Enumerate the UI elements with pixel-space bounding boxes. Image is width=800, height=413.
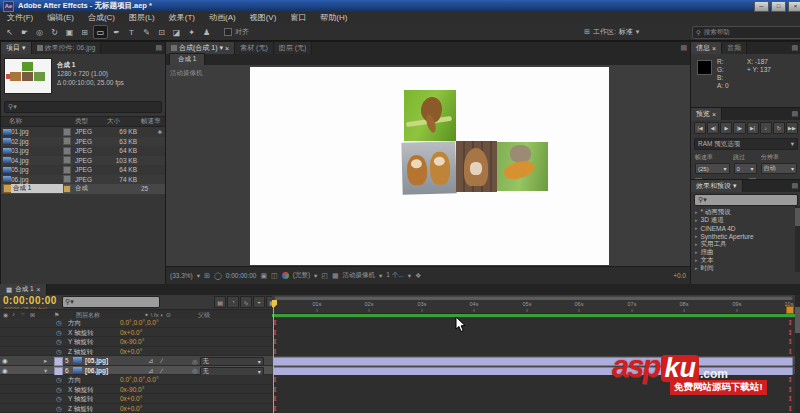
menu-effect[interactable]: 效果(T) [162, 12, 202, 24]
puppet-pin-tool[interactable]: ♟ [200, 26, 213, 38]
layer-switches[interactable]: ⊿ ∕ [148, 367, 165, 375]
layer-switches[interactable]: ⊿ ∕ [148, 357, 165, 365]
view-layout-dropdown[interactable]: 1 个... [386, 271, 403, 280]
prev-frame-button[interactable]: ◀| [707, 122, 719, 134]
footage-name[interactable]: 02.jpg [11, 138, 63, 145]
effects-category[interactable]: ▸3D 通道 [691, 216, 800, 224]
tab-preview[interactable]: 预览 × [691, 108, 722, 120]
stopwatch-icon[interactable]: ◷ [56, 319, 62, 327]
property-value[interactable]: 0x+0.0° [120, 395, 142, 402]
property-row[interactable]: ◷ X 轴旋转 0x-90.0° [0, 385, 272, 395]
show-channels-icon[interactable] [282, 272, 289, 279]
footage-row[interactable]: 03.jpg JPEG 64 KB [1, 146, 165, 156]
property-row[interactable]: ◷ Z 轴旋转 0x+0.0° [0, 404, 272, 413]
label-color-tag[interactable] [63, 147, 71, 155]
layer-name[interactable]: [05.jpg] [85, 357, 108, 364]
property-value[interactable]: 0.0°,0.0°,0.0° [120, 376, 159, 383]
menu-edit[interactable]: 编辑(E) [40, 12, 81, 24]
footage-row[interactable]: 05.jpg JPEG 64 KB [1, 165, 165, 175]
resolution-dropdown[interactable]: 自动 ▾ [761, 163, 797, 174]
label-color-tag[interactable] [63, 128, 71, 136]
squirrel-image[interactable] [404, 90, 456, 141]
effects-search-input[interactable]: ⚲ ▾ [694, 194, 798, 206]
footage-name[interactable]: 05.jpg [11, 166, 63, 173]
help-search-input[interactable]: ⚲ 搜索帮助 [692, 26, 800, 39]
menu-file[interactable]: 文件(F) [0, 12, 40, 24]
timeline-scrollbar[interactable] [795, 295, 800, 413]
puppies-image[interactable] [401, 141, 456, 194]
ram-preview-button[interactable]: ▶▶ [786, 122, 798, 134]
brush-tool[interactable]: ✎ [140, 26, 153, 38]
tab-audio[interactable]: 音频 [722, 42, 747, 54]
minimize-button[interactable]: ─ [754, 1, 769, 12]
column-rate[interactable]: 帧速率 [141, 117, 163, 126]
tab-layer[interactable]: 图层 (无) [274, 42, 313, 54]
snapshot-icon[interactable]: ▣ [260, 272, 267, 280]
first-frame-button[interactable]: |◀ [694, 122, 706, 134]
layer-row[interactable]: ◉ ▸ 5 [05.jpg] ⊿ ∕ ◎ 无 ▾ [0, 356, 272, 366]
tab-effects-presets[interactable]: 效果和预设 ▾ [691, 180, 743, 192]
footage-name[interactable]: 04.jpg [11, 157, 63, 164]
composition-canvas[interactable] [250, 67, 609, 265]
layer-name[interactable]: [06.jpg] [85, 367, 108, 374]
rectangle-tool[interactable]: ▭ [93, 25, 108, 39]
footage-name[interactable]: 03.jpg [11, 147, 63, 154]
stopwatch-icon[interactable]: ◷ [56, 405, 62, 413]
viewer-area[interactable]: 活动摄像机 [166, 65, 690, 267]
panel-menu-icon[interactable]: ▤ [788, 42, 800, 54]
pickwhip-icon[interactable]: ◎ [192, 358, 198, 366]
grid-options-icon[interactable]: ⊞ [204, 272, 210, 280]
tab-project[interactable]: 项目 ▾ [1, 42, 32, 54]
stopwatch-icon[interactable]: ◷ [56, 348, 62, 356]
property-value[interactable]: 0x+0.0° [120, 348, 142, 355]
label-color-tag[interactable] [63, 175, 71, 183]
property-row[interactable]: ◷ Y 轴旋转 0x-90.0° [0, 337, 272, 347]
play-button[interactable]: ▶ [720, 122, 732, 134]
label-color-tag[interactable] [63, 156, 71, 164]
camera-tool[interactable]: ▣ [63, 26, 76, 38]
property-value[interactable]: 0x-90.0° [120, 386, 144, 393]
property-value[interactable]: 0x+0.0° [120, 329, 142, 336]
pan-behind-tool[interactable]: ⊞ [78, 26, 91, 38]
close-icon[interactable]: × [712, 45, 716, 52]
keyframe-icon[interactable]: I [788, 318, 792, 327]
time-ruler[interactable]: 01s 02s 03s 04s 05s 06s 07s 08s 09s 10s [272, 300, 795, 314]
property-track[interactable]: I I [272, 337, 795, 347]
keyframe-icon[interactable]: I [788, 347, 792, 356]
viewer-time[interactable]: 0:00:00:00 [226, 272, 257, 279]
switches-column[interactable]: ✦ \ fx ◐ ⊙ [144, 311, 171, 318]
frame-rate-dropdown[interactable]: (25) ▾ [695, 163, 730, 174]
timeline-search-input[interactable]: ⚲ ▾ [62, 296, 160, 308]
property-row[interactable]: ◷ 方向 0.0°,0.0°,0.0° [0, 375, 272, 385]
property-track[interactable]: I I [272, 394, 795, 404]
expander-icon[interactable]: ▾ [44, 367, 47, 375]
eye-icon[interactable]: ◉ [2, 357, 8, 365]
close-icon[interactable]: × [37, 286, 41, 293]
chevron-down-icon[interactable]: ▾ [379, 272, 382, 280]
panel-menu-icon[interactable]: ▤ [788, 180, 800, 192]
footage-name[interactable]: 01.jpg [11, 128, 63, 135]
current-time-display[interactable]: 0:00:00:00 [3, 295, 57, 306]
stopwatch-icon[interactable]: ◷ [56, 386, 62, 394]
comp-mini-flowchart-icon[interactable]: ▤ [214, 296, 226, 308]
clone-stamp-tool[interactable]: ⊡ [155, 26, 168, 38]
pen-tool[interactable]: ✒ [110, 26, 123, 38]
playhead-line[interactable] [273, 307, 274, 413]
keyframe-icon[interactable]: I [788, 404, 792, 413]
panel-menu-icon[interactable]: ▤ [677, 42, 690, 54]
keyframe-icon[interactable]: I [788, 337, 792, 346]
hand-tool[interactable]: ☛ [18, 26, 31, 38]
layer-row[interactable]: ◉ ▾ 6 [06.jpg] ⊿ ∕ ◎ 无 ▾ [0, 366, 272, 376]
show-snapshot-icon[interactable]: ◫ [271, 272, 278, 280]
label-color-tag[interactable] [63, 166, 71, 174]
tab-timeline-comp[interactable]: ▦ 合成 1 × [0, 284, 47, 295]
skip-dropdown[interactable]: 0 ▾ [734, 163, 757, 174]
ram-preview-options-header[interactable]: RAM 预览选项 ▾ [694, 138, 798, 150]
stopwatch-icon[interactable]: ◷ [56, 338, 62, 346]
expander-icon[interactable]: ▸ [44, 357, 47, 365]
audio-button[interactable]: ♪ [760, 122, 772, 134]
property-value[interactable]: 0x-90.0° [120, 338, 144, 345]
project-search-input[interactable]: ⚲ ▾ [4, 101, 162, 113]
effects-scrollbar[interactable] [795, 206, 800, 272]
effects-category[interactable]: ▸CINEMA 4D [691, 224, 800, 232]
